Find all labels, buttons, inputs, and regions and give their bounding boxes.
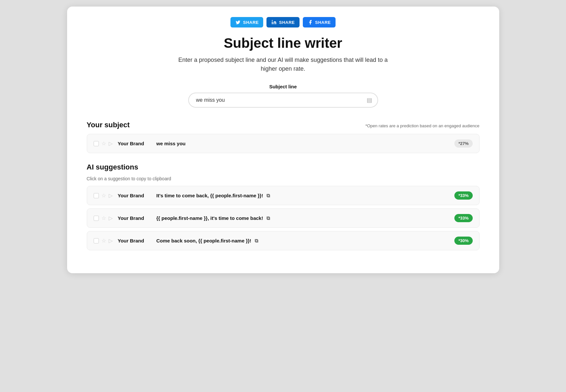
page-subtitle: Enter a proposed subject line and our AI…	[178, 56, 388, 73]
checkbox-icon[interactable]	[94, 141, 99, 146]
copy-icon-1[interactable]: ⧉	[266, 193, 270, 198]
ai-rate-badge-1: *33%	[454, 191, 472, 200]
page-title: Subject line writer	[87, 35, 480, 51]
ai-subject-text-2-content: {{ people.first-name }}, it's time to co…	[156, 215, 263, 221]
facebook-icon	[307, 19, 313, 25]
subject-input-wrapper: ▤	[188, 93, 378, 108]
star-icon[interactable]: ☆	[101, 140, 106, 147]
ai-subject-text-3: Come back soon, {{ people.first-name }}!…	[156, 238, 449, 244]
checkbox-icon[interactable]	[94, 216, 99, 221]
checkbox-icon[interactable]	[94, 193, 99, 198]
row-controls-1: ☆ ▷	[94, 192, 113, 199]
arrow-icon[interactable]: ▷	[109, 192, 113, 199]
ai-subject-text-2: {{ people.first-name }}, it's time to co…	[156, 215, 449, 221]
ai-suggestion-row-1[interactable]: ☆ ▷ Your Brand It's time to come back, {…	[87, 186, 480, 205]
open-rate-note: *Open rates are a prediction based on an…	[365, 123, 479, 128]
brand-label-3: Your Brand	[118, 238, 154, 243]
your-subject-title: Your subject	[87, 121, 130, 129]
twitter-share-label: SHARE	[243, 20, 259, 25]
lines-icon: ▤	[367, 97, 372, 104]
brand-label-1: Your Brand	[118, 193, 154, 198]
linkedin-icon	[271, 19, 277, 25]
brand-label: Your Brand	[118, 141, 154, 146]
ai-section-title: AI suggestions	[87, 163, 138, 171]
ai-suggestion-row-3[interactable]: ☆ ▷ Your Brand Come back soon, {{ people…	[87, 231, 480, 250]
checkbox-icon[interactable]	[94, 238, 99, 243]
arrow-icon[interactable]: ▷	[109, 140, 113, 147]
facebook-share-button[interactable]: SHARE	[303, 17, 336, 27]
ai-rate-badge-3: *30%	[454, 237, 472, 245]
arrow-icon[interactable]: ▷	[109, 238, 113, 244]
copy-icon-2[interactable]: ⧉	[266, 215, 270, 221]
copy-icon-3[interactable]: ⧉	[255, 238, 258, 243]
ai-subject-text-1: It's time to come back, {{ people.first-…	[156, 193, 449, 199]
twitter-share-button[interactable]: SHARE	[230, 17, 263, 27]
brand-label-2: Your Brand	[118, 215, 154, 221]
subject-input-label: Subject line	[269, 84, 297, 89]
ai-subject-text-3-content: Come back soon, {{ people.first-name }}!	[156, 238, 251, 243]
star-icon[interactable]: ☆	[101, 215, 106, 221]
main-card: SHARE SHARE SHARE Subject line writer En…	[67, 7, 499, 273]
facebook-share-label: SHARE	[315, 20, 331, 25]
star-icon[interactable]: ☆	[101, 238, 106, 244]
share-bar: SHARE SHARE SHARE	[87, 17, 480, 27]
twitter-icon	[235, 19, 241, 25]
ai-section-header: AI suggestions	[87, 163, 480, 171]
ai-subject-text-1-content: It's time to come back, {{ people.first-…	[156, 193, 263, 198]
subject-input[interactable]	[196, 97, 364, 103]
row-controls-2: ☆ ▷	[94, 215, 113, 221]
ai-suggestion-row-2[interactable]: ☆ ▷ Your Brand {{ people.first-name }}, …	[87, 208, 480, 228]
your-subject-section: Your subject *Open rates are a predictio…	[87, 121, 480, 153]
subject-line-text: we miss you	[156, 141, 449, 146]
ai-suggestions-section: AI suggestions Click on a suggestion to …	[87, 163, 480, 250]
your-subject-header: Your subject *Open rates are a predictio…	[87, 121, 480, 129]
ai-section-subtitle: Click on a suggestion to copy to clipboa…	[87, 176, 480, 181]
arrow-icon[interactable]: ▷	[109, 215, 113, 221]
linkedin-share-label: SHARE	[279, 20, 295, 25]
rate-badge: *27%	[454, 139, 472, 148]
ai-rate-badge-2: *33%	[454, 214, 472, 222]
star-icon[interactable]: ☆	[101, 192, 106, 199]
subject-input-section: Subject line ▤	[87, 84, 480, 108]
row-controls: ☆ ▷	[94, 140, 113, 147]
linkedin-share-button[interactable]: SHARE	[266, 17, 299, 27]
svg-point-0	[272, 20, 273, 21]
row-controls-3: ☆ ▷	[94, 238, 113, 244]
your-subject-row: ☆ ▷ Your Brand we miss you *27%	[87, 134, 480, 153]
